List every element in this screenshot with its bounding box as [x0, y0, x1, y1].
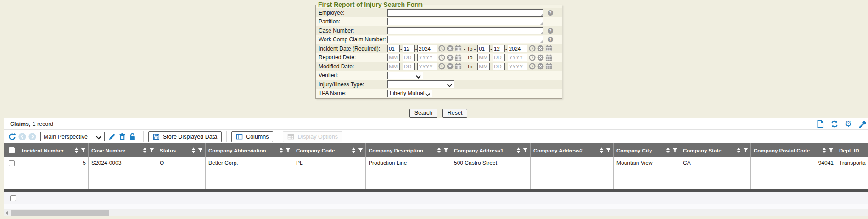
clear-date-icon[interactable]: [447, 45, 454, 52]
next-perspective-icon[interactable]: [28, 133, 36, 140]
injury-illness-type-select[interactable]: [387, 80, 454, 88]
sort-icon[interactable]: [822, 147, 827, 153]
incident-date-required-to-yyyy-input[interactable]: 2024: [508, 45, 527, 52]
select-all-checkbox[interactable]: [9, 147, 15, 153]
sort-icon[interactable]: [736, 147, 741, 153]
filter-icon[interactable]: [672, 147, 678, 153]
sort-icon[interactable]: [142, 147, 147, 153]
gear-icon[interactable]: ⚙: [845, 120, 853, 128]
time-picker-icon[interactable]: [438, 63, 445, 70]
time-picker-icon[interactable]: [438, 54, 445, 61]
time-picker-icon[interactable]: [529, 45, 536, 52]
lock-perspective-icon[interactable]: [129, 133, 136, 140]
refresh-icon[interactable]: [830, 120, 839, 128]
scrollbar-thumb[interactable]: [11, 210, 109, 216]
incident-date-required-from-yyyy-input[interactable]: 2024: [417, 45, 437, 52]
column-header-dept-id[interactable]: Dept. ID: [836, 143, 868, 157]
new-document-icon[interactable]: [816, 120, 824, 128]
reported-date-to-yyyy-input[interactable]: YYYY: [508, 54, 527, 61]
incident-date-required-from-mm-input[interactable]: 01: [387, 45, 400, 52]
column-header-company-city[interactable]: Company City: [614, 143, 680, 157]
filter-icon[interactable]: [523, 147, 528, 153]
calendar-icon[interactable]: [545, 45, 552, 52]
column-header-company-abbreviation[interactable]: Company Abbreviation: [206, 143, 293, 157]
sort-icon[interactable]: [599, 147, 604, 153]
undo-icon[interactable]: [8, 133, 16, 140]
time-picker-icon[interactable]: [529, 63, 536, 70]
clear-date-icon[interactable]: [447, 54, 454, 61]
sort-icon[interactable]: [437, 147, 442, 153]
resize-grip-icon[interactable]: [540, 13, 543, 16]
calendar-icon[interactable]: [545, 54, 552, 61]
column-header-company-postal-code[interactable]: Company Postal Code: [751, 143, 836, 157]
calendar-icon[interactable]: [455, 45, 462, 52]
calendar-icon[interactable]: [455, 54, 462, 61]
clear-date-icon[interactable]: [537, 54, 544, 61]
calendar-icon[interactable]: [545, 63, 552, 70]
column-header-company-address1[interactable]: Company Address1: [451, 143, 531, 157]
clear-date-icon[interactable]: [447, 63, 454, 70]
perspective-select[interactable]: Main Perspective: [40, 132, 105, 141]
columns-button[interactable]: Columns: [231, 131, 273, 142]
resize-grip-icon[interactable]: [540, 31, 543, 34]
filter-icon[interactable]: [198, 147, 203, 153]
partition-input[interactable]: [387, 18, 543, 25]
help-icon[interactable]: ?: [547, 36, 554, 43]
column-header-company-description[interactable]: Company Description: [366, 143, 451, 157]
case-number-input[interactable]: [387, 27, 543, 34]
help-icon[interactable]: ?: [547, 28, 554, 34]
incident-date-required-to-mm-input[interactable]: 01: [477, 45, 490, 52]
help-icon[interactable]: ?: [547, 10, 554, 16]
row-select-checkbox[interactable]: [9, 160, 15, 166]
delete-perspective-icon[interactable]: [118, 133, 126, 140]
modified-date-from-dd-input[interactable]: DD: [403, 63, 415, 70]
reported-date-to-dd-input[interactable]: DD: [493, 54, 505, 61]
resize-grip-icon[interactable]: [540, 40, 543, 43]
modified-date-to-dd-input[interactable]: DD: [493, 63, 505, 70]
tpa-name-select[interactable]: Liberty Mutual: [387, 90, 432, 97]
scroll-left-arrow-icon[interactable]: [6, 211, 8, 215]
filter-icon[interactable]: [829, 147, 834, 153]
sort-icon[interactable]: [351, 147, 356, 153]
row-select-cell[interactable]: [4, 157, 19, 189]
filter-icon[interactable]: [81, 147, 86, 153]
sort-icon[interactable]: [74, 147, 79, 153]
filter-icon[interactable]: [149, 147, 154, 153]
search-button[interactable]: Search: [409, 109, 438, 118]
select-all-header-cell[interactable]: [4, 143, 19, 157]
modified-date-from-yyyy-input[interactable]: YYYY: [417, 63, 437, 70]
prev-perspective-icon[interactable]: [18, 133, 26, 140]
wrench-icon[interactable]: [859, 120, 867, 128]
incident-date-required-to-dd-input[interactable]: 12: [493, 45, 505, 52]
calendar-icon[interactable]: [455, 63, 462, 70]
footer-select-checkbox[interactable]: [10, 195, 16, 201]
clear-date-icon[interactable]: [537, 45, 544, 52]
modified-date-from-mm-input[interactable]: MM: [387, 63, 400, 70]
column-header-status[interactable]: Status: [157, 143, 206, 157]
reported-date-from-mm-input[interactable]: MM: [387, 54, 400, 61]
reported-date-from-dd-input[interactable]: DD: [403, 54, 415, 61]
filter-icon[interactable]: [286, 147, 291, 153]
column-header-case-number[interactable]: Case Number: [89, 143, 157, 157]
work-comp-claim-number-input[interactable]: [387, 36, 543, 43]
time-picker-icon[interactable]: [438, 45, 445, 52]
column-header-company-address2[interactable]: Company Address2: [531, 143, 614, 157]
column-header-company-state[interactable]: Company State: [680, 143, 751, 157]
sort-icon[interactable]: [666, 147, 671, 153]
column-header-company-code[interactable]: Company Code: [293, 143, 366, 157]
verified-select[interactable]: [387, 72, 423, 79]
resize-grip-icon[interactable]: [540, 22, 543, 25]
edit-perspective-icon[interactable]: [108, 133, 116, 140]
reported-date-to-mm-input[interactable]: MM: [477, 54, 490, 61]
incident-date-required-from-dd-input[interactable]: 12: [403, 45, 415, 52]
filter-icon[interactable]: [743, 147, 748, 153]
horizontal-scrollbar[interactable]: [4, 209, 868, 216]
filter-icon[interactable]: [606, 147, 611, 153]
modified-date-to-yyyy-input[interactable]: YYYY: [508, 63, 527, 70]
store-displayed-data-button[interactable]: Store Displayed Data: [148, 131, 222, 142]
modified-date-to-mm-input[interactable]: MM: [477, 63, 490, 70]
filter-icon[interactable]: [358, 147, 363, 153]
reset-button[interactable]: Reset: [442, 109, 468, 118]
sort-icon[interactable]: [279, 147, 284, 153]
column-header-incident-number[interactable]: Incident Number: [19, 143, 89, 157]
